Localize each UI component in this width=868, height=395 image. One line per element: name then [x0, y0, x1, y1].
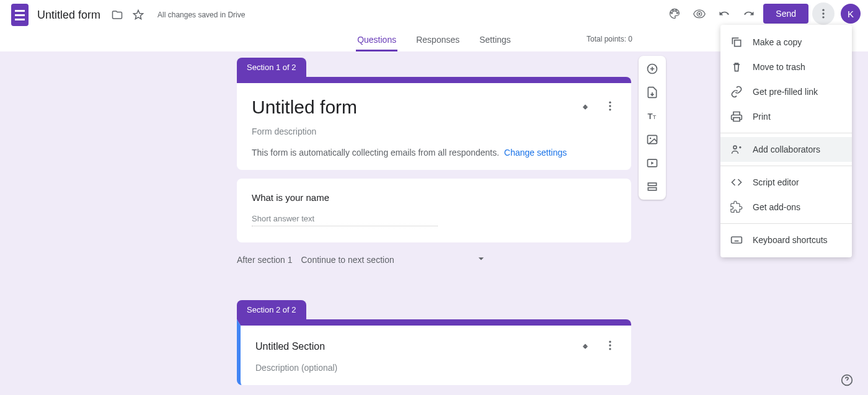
svg-rect-16	[648, 183, 656, 185]
svg-text:T: T	[648, 112, 653, 121]
more-menu-dropdown: Make a copy Move to trash Get pre-filled…	[720, 25, 852, 257]
trash-icon	[730, 61, 743, 73]
collapse-icon[interactable]	[579, 100, 591, 115]
add-title-icon[interactable]: TT	[643, 108, 662, 124]
floating-toolbar: TT	[639, 56, 666, 200]
question-card[interactable]: What is your name Short answer text	[237, 179, 631, 242]
menu-keyboard-shortcuts[interactable]: Keyboard shortcuts	[720, 228, 852, 252]
section-2-title[interactable]: Untitled Section	[255, 341, 325, 352]
menu-move-trash[interactable]: Move to trash	[720, 55, 852, 79]
print-icon	[730, 110, 743, 123]
folder-icon[interactable]	[107, 4, 128, 25]
form-title[interactable]: Untitled form	[252, 97, 357, 118]
svg-point-4	[609, 102, 611, 104]
svg-point-7	[609, 341, 611, 343]
section-2-tab: Section 2 of 2	[237, 300, 306, 319]
add-video-icon[interactable]	[643, 155, 662, 171]
form-description[interactable]: Form description	[252, 126, 616, 136]
keyboard-icon	[730, 234, 743, 246]
help-button[interactable]	[838, 371, 856, 389]
menu-make-copy[interactable]: Make a copy	[720, 30, 852, 55]
section-1-tab: Section 1 of 2	[237, 58, 306, 77]
form-header-card[interactable]: Untitled form Form description This form…	[237, 77, 631, 170]
svg-point-8	[609, 344, 611, 346]
card-more-icon[interactable]	[604, 339, 616, 354]
link-icon	[730, 86, 743, 98]
tab-questions[interactable]: Questions	[356, 30, 397, 51]
tab-responses[interactable]: Responses	[415, 30, 461, 51]
add-image-icon[interactable]	[643, 131, 662, 148]
add-question-icon[interactable]	[643, 61, 662, 77]
svg-rect-18	[735, 40, 741, 47]
total-points-label: Total points: 0	[587, 35, 632, 43]
save-status: All changes saved in Drive	[157, 11, 245, 19]
forms-logo[interactable]	[7, 2, 32, 27]
after-section-row: After section 1 Continue to next section	[237, 252, 631, 267]
menu-add-collaborators[interactable]: Add collaborators	[720, 137, 852, 162]
star-icon[interactable]	[128, 4, 149, 25]
preview-icon[interactable]	[689, 3, 710, 24]
svg-point-1	[822, 9, 824, 11]
email-collection-notice: This form is automatically collecting em…	[252, 148, 616, 158]
more-menu-button[interactable]	[812, 2, 835, 25]
people-icon	[730, 143, 743, 156]
import-questions-icon[interactable]	[643, 84, 662, 100]
svg-point-14	[650, 138, 652, 140]
svg-point-6	[609, 109, 611, 110]
addon-icon	[730, 201, 743, 213]
after-section-select[interactable]: Continue to next section	[301, 252, 487, 267]
menu-get-addons[interactable]: Get add-ons	[720, 195, 852, 220]
document-title[interactable]: Untitled form	[37, 9, 100, 22]
svg-text:T: T	[653, 114, 657, 120]
svg-rect-17	[648, 188, 656, 190]
code-icon	[730, 176, 743, 189]
copy-icon	[730, 36, 743, 48]
undo-icon[interactable]	[714, 3, 735, 24]
after-section-label: After section 1	[237, 255, 293, 265]
svg-point-9	[609, 348, 611, 350]
menu-prefilled-link[interactable]: Get pre-filled link	[720, 79, 852, 104]
add-section-icon[interactable]	[643, 179, 662, 195]
svg-rect-20	[732, 237, 742, 243]
svg-point-2	[822, 12, 824, 14]
section-2-description[interactable]: Description (optional)	[255, 363, 616, 373]
send-button[interactable]: Send	[763, 4, 808, 24]
change-settings-link[interactable]: Change settings	[504, 148, 567, 158]
tab-settings[interactable]: Settings	[478, 30, 512, 51]
menu-script-editor[interactable]: Script editor	[720, 170, 852, 195]
account-avatar[interactable]: K	[841, 4, 861, 24]
svg-point-5	[609, 105, 611, 107]
question-text[interactable]: What is your name	[252, 192, 616, 203]
menu-print[interactable]: Print	[720, 104, 852, 129]
chevron-down-icon	[475, 252, 487, 267]
palette-icon[interactable]	[664, 3, 685, 24]
svg-point-3	[822, 16, 824, 18]
svg-point-19	[733, 146, 737, 149]
section-2-header-card[interactable]: Untitled Section Description (optional)	[237, 319, 631, 385]
short-answer-placeholder: Short answer text	[252, 214, 438, 226]
redo-icon[interactable]	[738, 3, 760, 24]
collapse-icon[interactable]	[579, 339, 591, 354]
svg-point-0	[699, 13, 701, 15]
card-more-icon[interactable]	[604, 100, 616, 115]
